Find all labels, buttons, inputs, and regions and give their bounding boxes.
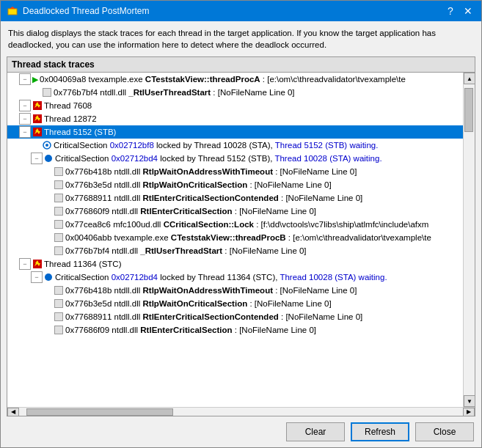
tree-container: − ▶ 0x004069a8 tvexample.exe CTeststakVi…	[7, 73, 475, 416]
footer: Clear Refresh Close	[1, 416, 481, 447]
expand-btn[interactable]: −	[19, 258, 31, 270]
tree-row[interactable]: 0x77688911 ntdll.dll RtlEnterCriticalSec…	[7, 191, 463, 205]
square-icon	[54, 286, 63, 295]
tree-panel-header: Thread stack traces	[7, 56, 475, 73]
tree-row[interactable]: 0x00406abb tvexample.exe CTeststakView::…	[7, 231, 463, 244]
tree-row[interactable]: 0x776b7bf4 ntdll.dll _RtlUserThreadStart…	[7, 244, 463, 257]
circle-filled-icon	[44, 154, 53, 163]
flame-icon	[32, 259, 43, 269]
square-icon	[54, 207, 63, 216]
scroll-track[interactable]	[464, 84, 475, 395]
circle-filled-icon	[44, 273, 53, 282]
tree-row[interactable]: 0x776b418b ntdll.dll RtlpWaitOnAddressWi…	[7, 284, 463, 297]
square-icon	[54, 220, 63, 229]
hscroll-thumb[interactable]	[26, 408, 173, 416]
clear-button[interactable]: Clear	[286, 422, 345, 441]
tree-row[interactable]: − CriticalSection 0x02712bd4 locked by T…	[7, 152, 463, 165]
arrow-icon: ▶	[32, 75, 38, 84]
help-button[interactable]: ?	[443, 4, 458, 18]
close-button[interactable]: Close	[415, 422, 474, 441]
tree-row[interactable]: 0x776b3e5d ntdll.dll RtlpWaitOnCriticalS…	[7, 297, 463, 310]
svg-rect-0	[8, 9, 17, 15]
square-icon	[54, 312, 63, 321]
flame-icon	[32, 100, 43, 111]
tree-row[interactable]: 0x77cea8c6 mfc100ud.dll CCriticalSection…	[7, 218, 463, 231]
expand-btn[interactable]: −	[19, 73, 31, 85]
tree-row[interactable]: CriticalSection 0x02712bf8 locked by Thr…	[7, 139, 463, 152]
tree-row[interactable]: − Thread 11364 (STC)	[7, 257, 463, 271]
svg-point-10	[45, 155, 52, 162]
circle-icon	[43, 141, 51, 150]
svg-point-9	[45, 144, 48, 147]
expand-btn[interactable]: −	[31, 271, 43, 283]
title-bar: Deadlocked Thread PostMortem ? ✕	[1, 1, 481, 21]
horizontal-scrollbar[interactable]: ◀ ▶	[7, 407, 475, 416]
tree-lines: − ▶ 0x004069a8 tvexample.exe CTeststakVi…	[7, 73, 463, 407]
tree-row[interactable]: 0x776b418b ntdll.dll RtlpWaitOnAddressWi…	[7, 165, 463, 178]
svg-point-13	[45, 273, 52, 281]
tree-row[interactable]: − ▶ 0x004069a8 tvexample.exe CTeststakVi…	[7, 73, 463, 86]
square-icon	[54, 299, 63, 308]
square-icon	[43, 88, 51, 97]
dialog-title: Deadlocked Thread PostMortem	[23, 6, 150, 16]
svg-marker-1	[10, 7, 15, 9]
tree-row[interactable]: 0x77686f09 ntdll.dll RtlEnterCriticalSec…	[7, 323, 463, 337]
tree-row[interactable]: 0x776b3e5d ntdll.dll RtlpWaitOnCriticalS…	[7, 178, 463, 191]
tree-row[interactable]: − CriticalSection 0x02712bd4 locked by T…	[7, 271, 463, 284]
title-bar-left: Deadlocked Thread PostMortem	[7, 5, 150, 17]
expand-btn[interactable]: −	[31, 153, 43, 164]
tree-row[interactable]: − Thread 12872	[7, 112, 463, 125]
tree-row[interactable]: − Thread 7608	[7, 99, 463, 112]
scroll-right-arrow[interactable]: ▶	[463, 408, 475, 416]
square-icon	[54, 233, 63, 242]
scroll-down-arrow[interactable]: ▼	[464, 395, 475, 407]
tree-row-selected[interactable]: − Thread 5152 (STB)	[7, 125, 463, 139]
tree-row[interactable]: 0x77688911 ntdll.dll RtlEnterCriticalSec…	[7, 310, 463, 323]
hscroll-track[interactable]	[19, 408, 463, 416]
square-icon	[54, 194, 63, 202]
tree-inner: − ▶ 0x004069a8 tvexample.exe CTeststakVi…	[7, 73, 475, 407]
tree-row[interactable]: 0x776b7bf4 ntdll.dll _RtlUserThreadStart…	[7, 86, 463, 99]
close-title-button[interactable]: ✕	[461, 4, 475, 18]
square-icon	[54, 326, 63, 334]
scroll-thumb[interactable]	[464, 88, 473, 132]
expand-btn[interactable]: −	[19, 113, 31, 125]
vertical-scrollbar[interactable]: ▲ ▼	[463, 73, 475, 407]
flame-icon	[32, 114, 43, 124]
square-icon	[54, 167, 63, 176]
description-text: This dialog displays the stack traces fo…	[1, 21, 481, 56]
dialog: Deadlocked Thread PostMortem ? ✕ This di…	[0, 0, 482, 448]
expand-btn[interactable]: −	[19, 100, 31, 111]
scroll-up-arrow[interactable]: ▲	[464, 73, 475, 84]
scroll-left-arrow[interactable]: ◀	[7, 408, 19, 416]
refresh-button[interactable]: Refresh	[351, 422, 409, 441]
tree-scroll[interactable]: − ▶ 0x004069a8 tvexample.exe CTeststakVi…	[7, 73, 463, 337]
expand-btn[interactable]: −	[19, 126, 31, 138]
square-icon	[54, 180, 63, 189]
flame-icon	[32, 127, 43, 137]
tree-row[interactable]: 0x776860f9 ntdll.dll RtlEnterCriticalSec…	[7, 205, 463, 218]
app-icon	[7, 5, 18, 17]
square-icon	[54, 246, 63, 255]
title-bar-buttons: ? ✕	[443, 4, 475, 18]
